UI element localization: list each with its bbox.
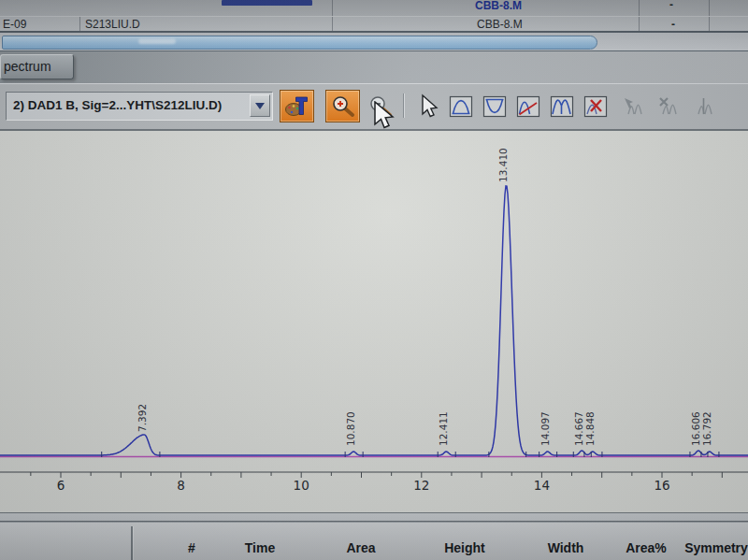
column-divider xyxy=(332,17,333,31)
svg-text:14.848: 14.848 xyxy=(584,411,596,446)
svg-text:14.667: 14.667 xyxy=(573,411,584,446)
column-divider xyxy=(332,0,333,16)
split-peak-button[interactable] xyxy=(544,90,579,122)
horizontal-scrollbar[interactable] xyxy=(0,33,748,51)
svg-text:6: 6 xyxy=(57,478,65,493)
col-header-height: Height xyxy=(444,540,485,555)
column-divider xyxy=(709,17,710,31)
scrollbar-glare xyxy=(138,38,176,44)
tab-bar: pectrum xyxy=(0,51,748,83)
column-divider xyxy=(79,17,80,31)
nav-table-row-1[interactable]: CBB-8.M - xyxy=(0,0,748,16)
method-cell: CBB-8.M xyxy=(477,18,523,31)
svg-text:14.097: 14.097 xyxy=(539,411,551,446)
svg-text:8: 8 xyxy=(177,478,185,493)
column-divider xyxy=(639,17,640,31)
truncated-text-fragment xyxy=(222,0,312,6)
svg-text:13.410: 13.410 xyxy=(497,148,509,182)
tab-spectrum[interactable]: pectrum xyxy=(0,54,74,79)
zoom-out-button[interactable] xyxy=(363,90,397,122)
svg-text:12.411: 12.411 xyxy=(438,411,449,446)
col-header-time: Time xyxy=(245,540,275,555)
signal-selector[interactable]: 2) DAD1 B, Sig=2...YHT\S212LIU.D) xyxy=(6,92,273,121)
tangent-skim-button[interactable] xyxy=(511,90,545,122)
positive-peak-button[interactable] xyxy=(443,90,478,122)
peak-delete-icon xyxy=(583,93,609,120)
col-header-width: Width xyxy=(548,540,584,555)
table-column-divider xyxy=(131,526,134,560)
toolbar-separator xyxy=(403,93,405,118)
svg-text:16.606: 16.606 xyxy=(690,411,701,446)
double-peak-icon xyxy=(549,93,575,120)
svg-text:10.870: 10.870 xyxy=(345,411,356,446)
signal-selector-value: 2) DAD1 B, Sig=2...YHT\S212LIU.D) xyxy=(13,93,248,119)
delete-peak-button[interactable] xyxy=(578,90,612,122)
svg-text:16: 16 xyxy=(654,478,669,493)
column-divider xyxy=(639,0,640,16)
sample-id-cell: E-09 xyxy=(3,18,26,31)
palette-text-icon xyxy=(284,93,310,120)
results-table-header: # Time Area Height Width Area% Symmetry xyxy=(0,522,748,560)
zoom-in-button[interactable] xyxy=(325,90,360,122)
chemstation-window: CBB-8.M - E-09 S213LIU.D CBB-8.M - pectr… xyxy=(0,0,748,560)
method-name: CBB-8.M xyxy=(475,0,522,12)
marker-peaks-gray-icon xyxy=(691,93,717,120)
combo-dropdown-button[interactable] xyxy=(250,94,270,117)
chromatogram-canvas[interactable]: 68101214167.39210.87012.41113.41014.0971… xyxy=(0,131,748,512)
toolbar: 2) DAD1 B, Sig=2...YHT\S212LIU.D) xyxy=(0,83,748,129)
col-header-symmetry: Symmetry xyxy=(684,540,748,555)
peak-tool-disabled-3 xyxy=(686,90,721,122)
svg-text:7.392: 7.392 xyxy=(137,404,148,432)
select-pointer-button[interactable] xyxy=(410,90,444,122)
column-divider xyxy=(709,0,710,16)
chevron-down-icon xyxy=(255,103,265,109)
data-file-cell: S213LIU.D xyxy=(85,18,140,31)
col-header-areapct: Area% xyxy=(626,540,667,555)
value-cell: - xyxy=(669,0,673,11)
svg-text:10: 10 xyxy=(294,478,309,493)
peak-down-icon xyxy=(482,93,508,120)
value-cell: - xyxy=(671,18,675,31)
tab-label: pectrum xyxy=(4,59,51,74)
col-header-number: # xyxy=(188,540,195,555)
negative-peak-button[interactable] xyxy=(477,90,511,122)
nav-table-row-2[interactable]: E-09 S213LIU.D CBB-8.M - xyxy=(0,16,748,33)
annotation-color-button[interactable] xyxy=(280,90,314,122)
peak-tangent-icon xyxy=(515,93,541,120)
svg-text:12: 12 xyxy=(413,478,429,493)
peak-tool-disabled-2 xyxy=(651,90,685,122)
magnifier-minus-icon xyxy=(367,93,394,120)
cross-peaks-gray-icon xyxy=(655,93,682,120)
magnifier-plus-icon xyxy=(330,93,356,120)
pointer-peaks-gray-icon xyxy=(621,93,647,120)
svg-text:16.792: 16.792 xyxy=(701,411,712,446)
scrollbar-thumb[interactable] xyxy=(2,36,597,50)
cursor-arrow-icon xyxy=(414,93,440,120)
panel-separator xyxy=(0,512,748,522)
peak-tool-disabled-1 xyxy=(616,90,651,122)
col-header-area: Area xyxy=(346,540,375,555)
svg-text:14: 14 xyxy=(534,478,550,493)
peak-up-icon xyxy=(448,93,474,120)
